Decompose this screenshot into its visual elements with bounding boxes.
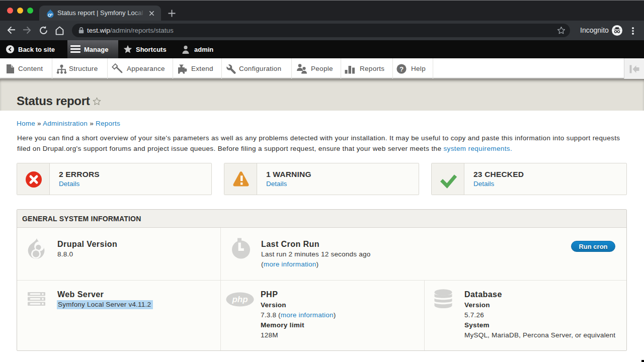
svg-text:?: ? bbox=[399, 65, 404, 73]
svg-text:php: php bbox=[231, 295, 248, 304]
